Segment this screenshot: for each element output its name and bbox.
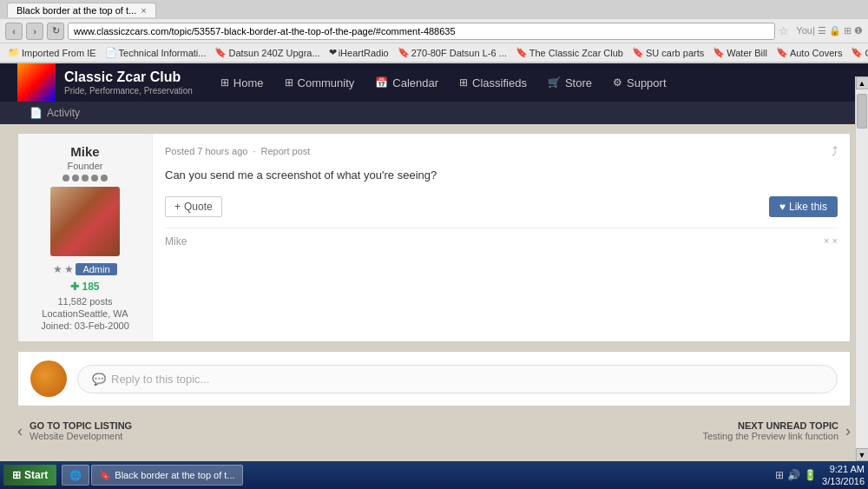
forward-button[interactable]: ›	[26, 23, 43, 40]
bookmark-iheartradio[interactable]: ❤ iHeartRadio	[326, 47, 391, 58]
bookmarks-bar: 📁 Imported From IE 📄 Technical Informati…	[0, 43, 868, 63]
post-card: Mike Founder ★ ★ Admin ✚ 18	[17, 133, 851, 342]
bookmark-star-icon[interactable]: ☆	[779, 24, 789, 37]
reply-avatar-image	[30, 360, 67, 397]
nav-community[interactable]: ⊞ Community	[274, 63, 365, 102]
post-meta-left: Posted 7 hours ago · Report post	[165, 146, 310, 156]
rep-icon: ✚	[70, 281, 79, 293]
rank-dot-1	[62, 175, 69, 182]
post-message: Can you send me a screenshot of what you…	[165, 167, 838, 184]
next-topic-label: NEXT UNREAD TOPIC	[702, 420, 838, 431]
next-arrow-icon: ›	[845, 422, 851, 440]
nav-home[interactable]: ⊞ Home	[210, 63, 274, 102]
nav-calendar[interactable]: 📅 Calendar	[365, 63, 449, 102]
battery-icon: 🔋	[804, 469, 817, 481]
browser-tab[interactable]: Black border at the top of t... ×	[7, 3, 156, 17]
taskbar-tab-label: Black border at the top of t...	[115, 470, 234, 480]
bookmark-datsun2[interactable]: 🔖 270-80F Datsun L-6 ...	[395, 47, 510, 58]
start-button[interactable]: ⊞ Start	[3, 465, 56, 486]
bookmark-george[interactable]: 🔖 George Ezra - Blame...	[848, 47, 868, 58]
site-navigation: Classic Zcar Club Pride, Performance, Pr…	[0, 63, 868, 102]
back-button[interactable]: ‹	[5, 23, 23, 40]
refresh-button[interactable]: ↻	[47, 23, 64, 40]
like-button[interactable]: ♥ Like this	[769, 196, 838, 217]
bookmark-datsun[interactable]: 🔖 Datsun 240Z Upgra...	[212, 47, 322, 58]
tab-favicon: 🔖	[99, 470, 111, 481]
reply-input[interactable]: 💬 Reply to this topic...	[77, 365, 838, 393]
nav-classifieds-label: Classifieds	[472, 76, 527, 89]
site-logo[interactable]: Classic Zcar Club Pride, Performance, Pr…	[17, 63, 193, 102]
scrollbar[interactable]: ▲ ▼	[855, 76, 868, 461]
bookmark-technical[interactable]: 📄 Technical Informati...	[102, 47, 209, 58]
taskbar-system-icons: ⊞ 🔊 🔋	[775, 469, 817, 481]
activity-icon: 📄	[30, 107, 43, 119]
store-nav-icon: 🛒	[548, 76, 561, 89]
close-button-small[interactable]: × ×	[824, 235, 838, 246]
rank-dot-4	[91, 175, 98, 182]
nav-classifieds[interactable]: ⊞ Classifieds	[449, 63, 537, 102]
taskbar-ie-icon[interactable]: 🌐	[62, 465, 89, 486]
taskbar-clock: 9:21 AM 3/13/2016	[822, 463, 865, 488]
prev-topic-info: GO TO TOPIC LISTING Website Development	[30, 420, 132, 441]
next-topic-nav[interactable]: NEXT UNREAD TOPIC Testing the Preview li…	[702, 420, 851, 441]
post-body: Posted 7 hours ago · Report post ⤴ Can y…	[153, 134, 850, 341]
next-topic-info: NEXT UNREAD TOPIC Testing the Preview li…	[702, 420, 838, 441]
rank-dot-5	[101, 175, 108, 182]
post-actions: + Quote ♥ Like this	[165, 196, 838, 217]
scroll-thumb[interactable]	[857, 94, 867, 129]
nav-store-label: Store	[565, 76, 592, 89]
quote-button[interactable]: + Quote	[165, 196, 222, 217]
author-role: Founder	[29, 161, 141, 171]
calendar-nav-icon: 📅	[375, 76, 388, 89]
report-link[interactable]: Report post	[260, 146, 310, 156]
support-nav-icon: ⚙	[613, 76, 622, 89]
post-count: 11,582 posts	[29, 296, 141, 307]
admin-stars: ★ ★ Admin	[29, 263, 141, 275]
quote-icon: +	[174, 201, 181, 213]
post-meta: Posted 7 hours ago · Report post ⤴	[165, 144, 838, 158]
scroll-track[interactable]	[856, 89, 868, 448]
taskbar-right: ⊞ 🔊 🔋 9:21 AM 3/13/2016	[775, 463, 865, 488]
prev-topic-label: GO TO TOPIC LISTING	[30, 420, 132, 431]
admin-badge-area: ★ ★ Admin	[29, 263, 141, 275]
rank-dot-3	[82, 175, 89, 182]
main-content: Mike Founder ★ ★ Admin ✚ 18	[0, 124, 868, 453]
scroll-up-button[interactable]: ▲	[856, 76, 869, 89]
url-bar[interactable]	[68, 23, 775, 40]
prev-topic-nav[interactable]: ‹ GO TO TOPIC LISTING Website Developmen…	[17, 420, 132, 441]
subnav-activity[interactable]: 📄 Activity	[17, 102, 92, 124]
meta-separator: ·	[253, 146, 255, 156]
volume-icon: 🔊	[787, 469, 800, 481]
classifieds-nav-icon: ⊞	[459, 76, 468, 89]
taskbar-time-line2: 3/13/2016	[822, 475, 865, 487]
reply-area: 💬 Reply to this topic...	[17, 351, 851, 406]
tab-close-icon[interactable]: ×	[141, 5, 146, 16]
windows-logo-icon: ⊞	[12, 469, 21, 481]
like-label: Like this	[789, 201, 827, 213]
bookmark-water[interactable]: 🔖 Water Bill	[710, 47, 770, 58]
location-text: LocationSeattle, WA	[29, 308, 141, 319]
bookmark-classiczcar[interactable]: 🔖 The Classic Zcar Club	[513, 47, 626, 58]
like-heart-icon: ♥	[779, 201, 786, 213]
bookmark-su[interactable]: 🔖 SU carb parts	[629, 47, 707, 58]
nav-home-label: Home	[233, 76, 264, 89]
author-avatar	[50, 187, 120, 256]
next-topic-sublabel: Testing the Preview link function	[702, 431, 838, 441]
bookmark-autocovers[interactable]: 🔖 Auto Covers	[773, 47, 845, 58]
share-icon[interactable]: ⤴	[832, 144, 838, 158]
reply-avatar	[30, 360, 67, 397]
nav-community-label: Community	[298, 76, 355, 89]
site-subtitle: Pride, Performance, Preservation	[64, 86, 193, 96]
taskbar-active-tab[interactable]: 🔖 Black border at the top of t...	[91, 465, 242, 486]
site-logo-image	[17, 63, 56, 102]
scroll-down-button[interactable]: ▼	[856, 448, 869, 461]
ie-icon: 🌐	[69, 470, 82, 481]
nav-support[interactable]: ⚙ Support	[602, 63, 677, 102]
browser-chrome: Black border at the top of t... × ‹ › ↻ …	[0, 0, 868, 63]
prev-arrow-icon: ‹	[17, 422, 23, 440]
community-nav-icon: ⊞	[285, 76, 293, 89]
site-logo-text: Classic Zcar Club Pride, Performance, Pr…	[64, 69, 193, 96]
bookmark-imported[interactable]: 📁 Imported From IE	[5, 47, 99, 58]
taskbar-apps: 🌐 🔖 Black border at the top of t...	[62, 465, 242, 486]
nav-store[interactable]: 🛒 Store	[537, 63, 602, 102]
